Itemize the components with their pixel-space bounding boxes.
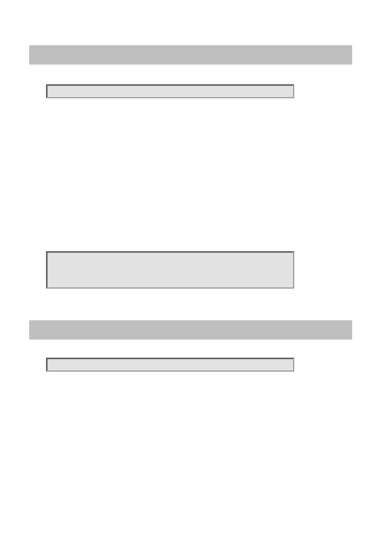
input-field[interactable] — [46, 84, 294, 98]
section-header-bar — [29, 320, 352, 340]
textarea-field[interactable] — [46, 251, 294, 289]
document-page — [0, 0, 392, 555]
section-header-bar — [29, 45, 352, 65]
input-field[interactable] — [46, 358, 294, 372]
